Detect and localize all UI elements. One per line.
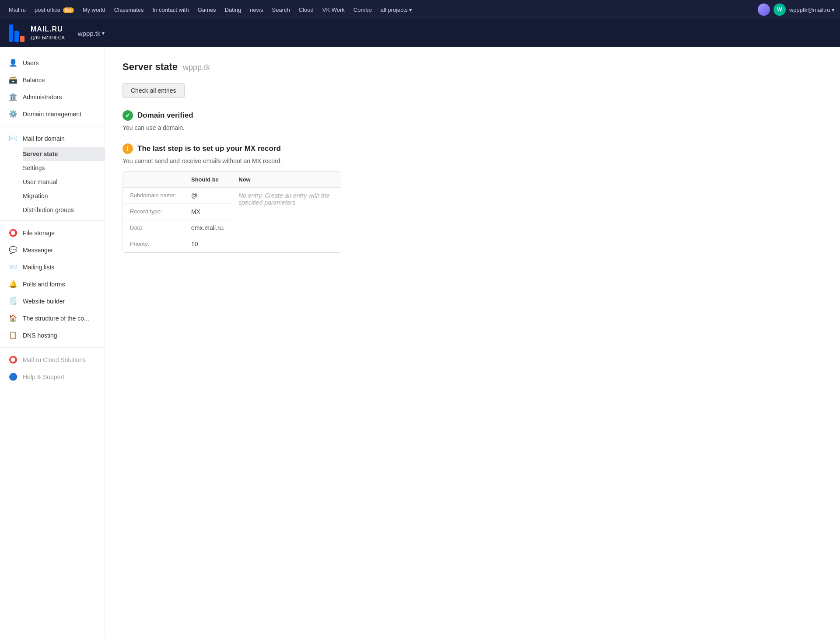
nav-cloud[interactable]: Cloud: [295, 5, 317, 15]
sidebar-item-server-state[interactable]: Server state: [23, 147, 105, 161]
messenger-icon: 💬: [9, 246, 18, 254]
top-nav: Mail.ru post office live My world Classm…: [0, 0, 840, 19]
verified-icon: ✓: [122, 110, 133, 121]
brand-bar: MAIL.RU ДЛЯ БИЗНЕСА wppp.tk: [0, 19, 840, 47]
mailru-logo-icon: [9, 24, 26, 42]
mx-label-priority: Priority:: [123, 236, 184, 252]
sidebar-item-mailing-lists[interactable]: 📨 Mailing lists: [0, 258, 105, 275]
user-email[interactable]: wppptk@mail.ru: [789, 7, 835, 13]
mx-col-label: [123, 172, 184, 188]
domain-verified-title: ✓ Domain verified: [122, 110, 822, 121]
mx-should-be-data: emx.mail.ru.: [184, 220, 231, 236]
svg-rect-2: [20, 36, 24, 42]
sidebar-divider-2: [0, 220, 105, 221]
mx-row-subdomain: Subdomain name: @ No entry. Create an en…: [123, 188, 341, 204]
website-builder-icon: 🗒️: [9, 297, 18, 305]
users-icon: 👤: [9, 59, 18, 67]
sidebar-mail-subitems: Server state Settings User manual Migrat…: [0, 147, 105, 217]
nav-allprojects[interactable]: all projects ▾: [377, 5, 416, 15]
avatar-user: W: [774, 3, 786, 16]
mx-now-subdomain: No entry. Create an entry with the speci…: [231, 188, 341, 252]
top-nav-right: W wppptk@mail.ru: [758, 3, 835, 16]
nav-games[interactable]: Games: [194, 5, 220, 15]
warning-icon: !: [122, 143, 133, 154]
balance-icon: 🗃️: [9, 76, 18, 84]
domain-verified-section: ✓ Domain verified You can use a domain.: [122, 110, 822, 131]
mx-col-now: Now: [231, 172, 341, 188]
sidebar-item-user-manual[interactable]: User manual: [23, 175, 105, 189]
sidebar-divider-1: [0, 126, 105, 126]
mx-label-data: Data:: [123, 220, 184, 236]
nav-mailru[interactable]: Mail.ru: [5, 5, 29, 15]
avatar-gradient: [758, 3, 770, 16]
sidebar-item-migration[interactable]: Migration: [23, 189, 105, 203]
sidebar-item-website-builder[interactable]: 🗒️ Website builder: [0, 293, 105, 310]
nav-vkwork[interactable]: VK Work: [319, 5, 348, 15]
administrators-icon: 🏛️: [9, 93, 18, 101]
page-header: Server state wppp.tk: [122, 61, 822, 73]
svg-rect-0: [9, 24, 13, 42]
sidebar-item-settings[interactable]: Settings: [23, 161, 105, 175]
nav-classmates[interactable]: Classmates: [111, 5, 147, 15]
page-title: Server state: [122, 61, 178, 73]
mx-warning-section: ! The last step is to set up your MX rec…: [122, 143, 822, 253]
sidebar-item-structure[interactable]: 🏠 The structure of the co...: [0, 310, 105, 327]
sidebar-divider-3: [0, 347, 105, 348]
sidebar-item-balance[interactable]: 🗃️ Balance: [0, 71, 105, 88]
mx-should-be-subdomain: @: [184, 188, 231, 204]
nav-search[interactable]: Search: [269, 5, 294, 15]
mx-label-subdomain: Subdomain name:: [123, 188, 184, 204]
check-all-entries-button[interactable]: Check all entries: [122, 83, 185, 98]
help-support-icon: 🔵: [9, 373, 18, 381]
file-storage-icon: ⭕: [9, 229, 18, 237]
domain-selector[interactable]: wppp.tk: [74, 27, 109, 40]
main-layout: 👤 Users 🗃️ Balance 🏛️ Administrators ⚙️ …: [0, 47, 840, 638]
structure-icon: 🏠: [9, 314, 18, 322]
nav-incontact[interactable]: In contact with: [149, 5, 192, 15]
dns-hosting-icon: 📋: [9, 331, 18, 339]
page-domain: wppp.tk: [183, 63, 210, 72]
mx-should-be-priority: 10: [184, 236, 231, 252]
mx-table-container: Should be Now Subdomain name: @ No entry…: [122, 171, 341, 253]
sidebar-item-domain-management[interactable]: ⚙️ Domain management: [0, 105, 105, 122]
mx-warning-title: ! The last step is to set up your MX rec…: [122, 143, 822, 154]
mx-should-be-recordtype: MX: [184, 204, 231, 220]
logo-text: MAIL.RU ДЛЯ БИЗНЕСА: [31, 25, 65, 42]
sidebar-item-administrators[interactable]: 🏛️ Administrators: [0, 88, 105, 105]
domain-management-icon: ⚙️: [9, 110, 18, 118]
sidebar-item-dns-hosting[interactable]: 📋 DNS hosting: [0, 327, 105, 344]
mail-icon: ✉️: [9, 134, 18, 143]
main-content: Server state wppp.tk Check all entries ✓…: [105, 47, 840, 638]
sidebar-item-file-storage[interactable]: ⭕ File storage: [0, 224, 105, 241]
mx-warning-description: You cannot send and receive emails witho…: [122, 157, 822, 164]
cloud-solutions-icon: ⭕: [9, 356, 18, 364]
sidebar-item-polls-forms[interactable]: 🔔 Polls and forms: [0, 275, 105, 293]
sidebar: 👤 Users 🗃️ Balance 🏛️ Administrators ⚙️ …: [0, 47, 105, 638]
sidebar-item-users[interactable]: 👤 Users: [0, 54, 105, 71]
svg-rect-1: [14, 31, 19, 42]
mx-table: Should be Now Subdomain name: @ No entry…: [123, 172, 341, 252]
nav-news[interactable]: news: [246, 5, 266, 15]
mx-col-should-be: Should be: [184, 172, 231, 188]
sidebar-item-help-support[interactable]: 🔵 Help & Support: [0, 368, 105, 385]
nav-myworld[interactable]: My world: [79, 5, 109, 15]
live-badge: live: [63, 7, 74, 13]
nav-combo[interactable]: Combo: [350, 5, 375, 15]
sidebar-item-cloud-solutions[interactable]: ⭕ Mail.ru Cloud Solutions: [0, 351, 105, 368]
domain-verified-description: You can use a domain.: [122, 124, 822, 131]
polls-forms-icon: 🔔: [9, 280, 18, 288]
nav-dating[interactable]: Dating: [221, 5, 245, 15]
mailing-lists-icon: 📨: [9, 263, 18, 271]
mx-label-recordtype: Record type:: [123, 204, 184, 220]
sidebar-item-mail-for-domain[interactable]: ✉️ Mail for domain: [0, 130, 105, 147]
sidebar-item-distribution-groups[interactable]: Distribution groups: [23, 203, 105, 217]
sidebar-item-messenger[interactable]: 💬 Messenger: [0, 241, 105, 258]
nav-postoffice[interactable]: post office live: [31, 5, 77, 15]
brand-logo: MAIL.RU ДЛЯ БИЗНЕСА: [9, 24, 65, 42]
